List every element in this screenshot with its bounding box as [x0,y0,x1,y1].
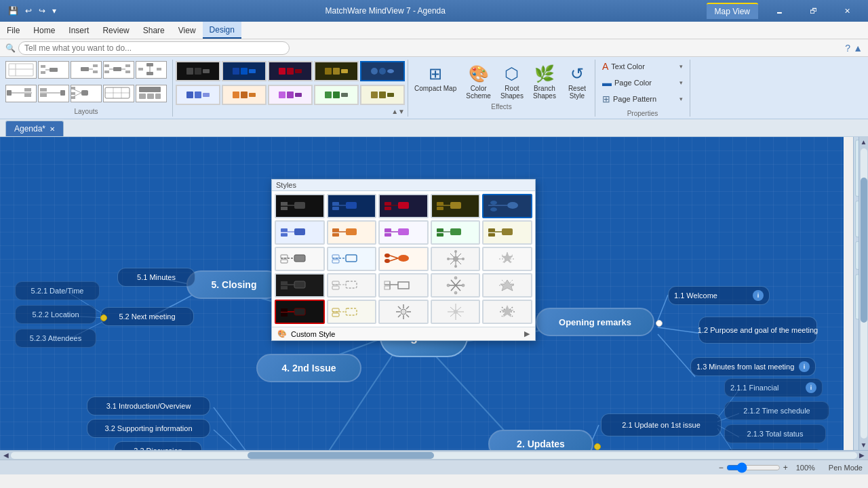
zoom-slider[interactable] [726,462,781,473]
layout-thumb-1[interactable] [5,61,37,79]
opening-remarks-node[interactable]: Opening remarks [536,308,654,336]
sp-item-24[interactable] [431,300,481,324]
menu-home[interactable]: Home [26,22,62,39]
color-scheme-button[interactable]: 🎨 ColorScheme [462,62,494,102]
sp-item-15[interactable] [482,247,532,271]
branch-shapes-button[interactable]: 🌿 BranchShapes [530,62,559,102]
sp-item-11[interactable] [275,247,325,271]
sp-item-4[interactable] [431,194,481,218]
second-issue-node[interactable]: 4. 2nd Issue [256,354,361,382]
map-view-tab[interactable]: Map View [707,3,758,19]
menu-share[interactable]: Share [136,22,172,39]
style-item-4[interactable] [314,61,359,81]
text-color-row[interactable]: A Text Color ▾ [601,60,684,73]
page-color-row[interactable]: ▬ Page Color ▾ [601,76,684,89]
style-item-7[interactable] [222,85,267,105]
menu-review[interactable]: Review [96,22,136,39]
scroll-up-button[interactable]: ▲ [859,137,868,147]
n33-node[interactable]: 3.3 Discussion [114,441,202,450]
n521-node[interactable]: 5.2.1 Date/Time [15,281,100,300]
style-item-5[interactable] [360,61,405,81]
restore-button[interactable]: 🗗 [797,0,829,22]
n523-node[interactable]: 5.2.3 Attendees [15,329,96,348]
scroll-right-button[interactable]: ▶ [857,451,867,459]
scroll-down-button[interactable]: ▼ [859,440,868,450]
sp-item-20[interactable] [482,273,532,298]
style-item-10[interactable] [360,85,405,105]
close-tab-icon[interactable]: ✕ [50,125,55,133]
compact-map-button[interactable]: ⊞ Compact Map [411,62,460,94]
n21-node[interactable]: 2.1 Update on 1st issue [601,413,722,436]
help-icon[interactable]: ? [845,43,850,54]
style-item-6[interactable] [176,85,220,105]
reset-style-button[interactable]: ↺ ResetStyle [562,62,592,102]
zoom-in-icon[interactable]: + [783,463,788,472]
minimize-button[interactable]: 🗕 [764,0,795,22]
n211-node[interactable]: 2.1.1 Financial i [724,378,823,397]
sp-item-8[interactable] [378,220,429,245]
n12-node[interactable]: 1.2 Purpose and goal of the meeting [698,317,817,344]
n214-node[interactable]: 2.1.4 Next steps [724,449,823,450]
sp-item-17[interactable] [327,273,377,298]
sp-item-10[interactable] [482,220,532,245]
undo-button[interactable]: ↩ [22,5,35,17]
menu-file[interactable]: File [0,22,26,39]
layout-thumb-8[interactable] [71,85,102,102]
n213-node[interactable]: 2.1.3 Total status [724,424,826,443]
horizontal-scrollbar[interactable]: ◀ ▶ [0,450,868,460]
style-scroll-down[interactable]: ▼ [398,108,405,115]
n31-node[interactable]: 3.1 Introduction/Overview [87,396,210,415]
style-item-8[interactable] [268,85,313,105]
sp-item-19[interactable] [431,273,481,298]
n32-node[interactable]: 3.2 Supporting information [87,419,210,438]
style-item-9[interactable] [314,85,359,105]
layout-thumb-4[interactable] [103,61,134,79]
sp-item-2[interactable] [327,194,377,218]
layout-thumb-9[interactable] [103,85,134,102]
sp-item-9[interactable] [431,220,481,245]
sp-item-6[interactable] [275,220,325,245]
n522-node[interactable]: 5.2.2 Location [15,305,96,324]
sp-item-23[interactable] [378,300,429,324]
style-item-3[interactable] [268,61,313,81]
style-item-1[interactable] [176,61,220,81]
collapse-ribbon-icon[interactable]: ▲ [853,43,863,54]
layout-thumb-10[interactable] [136,85,167,102]
layout-thumb-3[interactable] [71,61,102,79]
menu-design[interactable]: Design [203,22,241,39]
style-item-2[interactable] [222,61,267,81]
n13-node[interactable]: 1.3 Minutes from last meeting i [690,357,816,376]
custom-style-option[interactable]: 🎨 Custom Style ▶ [272,327,535,340]
close-button[interactable]: ✕ [831,0,863,22]
root-shapes-button[interactable]: ⬡ RootShapes [497,62,527,102]
toolbar-dropdown[interactable]: ▾ [50,5,59,17]
layout-thumb-6[interactable] [5,85,37,102]
redo-button[interactable]: ↪ [36,5,48,17]
search-input[interactable] [18,41,290,55]
scrollbar-thumb[interactable] [248,452,434,459]
sp-item-14[interactable] [431,247,481,271]
layout-thumb-2[interactable] [38,61,69,79]
n51-node[interactable]: 5.1 Minutes [117,268,195,287]
layout-thumb-5[interactable] [136,61,167,79]
save-button[interactable]: 💾 [5,5,21,17]
n52-node[interactable]: 5.2 Next meeting [100,307,194,326]
sp-item-21[interactable] [275,300,325,324]
sp-item-13[interactable] [378,247,429,271]
layout-thumb-7[interactable] [38,85,69,102]
n212-node[interactable]: 2.1.2 Time schedule [724,401,829,420]
sp-item-1[interactable] [275,194,325,218]
closing-node[interactable]: 5. Closing [186,270,281,299]
vertical-scrollbar[interactable]: ▲ ▼ [859,137,868,450]
updates-node[interactable]: 2. Updates [488,430,593,450]
sp-item-5[interactable] [482,194,532,218]
sp-item-22[interactable] [327,300,377,324]
sp-item-7[interactable] [327,220,377,245]
zoom-out-icon[interactable]: − [719,463,724,472]
agenda-tab[interactable]: Agenda* ✕ [5,121,64,136]
sp-item-12[interactable] [327,247,377,271]
page-pattern-row[interactable]: ⊞ Page Pattern ▾ [601,92,684,106]
menu-view[interactable]: View [172,22,203,39]
n11-node[interactable]: 1.1 Welcome i [668,286,770,305]
sp-item-18[interactable] [378,273,429,298]
